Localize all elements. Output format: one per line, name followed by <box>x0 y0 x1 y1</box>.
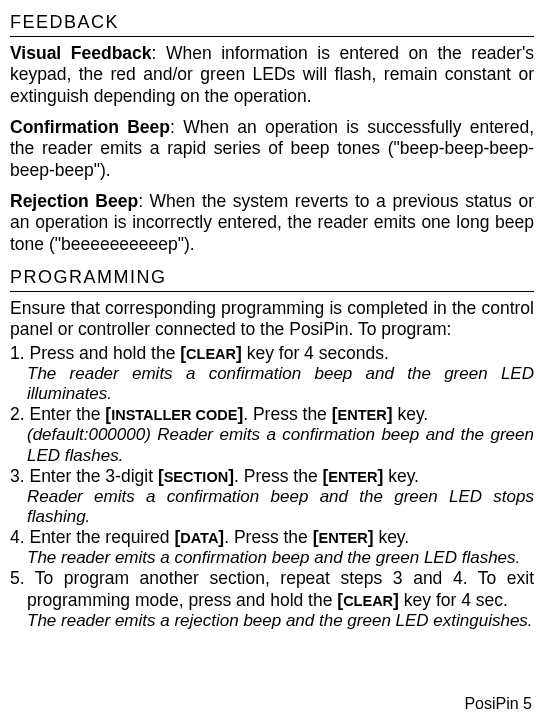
step-5: 5. To program another section, repeat st… <box>10 568 534 611</box>
step-3-note: Reader emits a confirmation beep and the… <box>27 487 534 527</box>
step-4-key1: DATA <box>180 530 218 546</box>
confirmation-beep-label: Confirmation Beep <box>10 117 170 137</box>
step-4-text-a: 4. Enter the required <box>10 527 174 547</box>
step-4-text-c: key. <box>374 527 410 547</box>
step-4-key2: ENTER <box>319 530 368 546</box>
rejection-beep-label: Rejection Beep <box>10 191 138 211</box>
step-2-note: (default:000000) Reader emits a confirma… <box>27 425 534 465</box>
step-3-text-b: . Press the <box>234 466 323 486</box>
step-5-text-b: key for 4 sec. <box>399 590 508 610</box>
step-2-key1: INSTALLER CODE <box>111 407 237 423</box>
step-2: 2. Enter the [INSTALLER CODE]. Press the… <box>10 404 534 425</box>
step-1-key: CLEAR <box>186 346 236 362</box>
step-1-text-b: key for 4 seconds. <box>242 343 389 363</box>
step-1: 1. Press and hold the [CLEAR] key for 4 … <box>10 343 534 364</box>
step-3-text-a: 3. Enter the 3-digit <box>10 466 158 486</box>
step-1-note: The reader emits a confirmation beep and… <box>27 364 534 404</box>
step-2-key2: ENTER <box>338 407 387 423</box>
heading-rule-1 <box>10 36 534 37</box>
step-2-text-a: 2. Enter the <box>10 404 105 424</box>
step-4-text-b: . Press the <box>224 527 313 547</box>
programming-intro: Ensure that corresponding programming is… <box>10 298 534 341</box>
visual-feedback-label: Visual Feedback <box>10 43 152 63</box>
step-5-note: The reader emits a rejection beep and th… <box>27 611 534 631</box>
visual-feedback-paragraph: Visual Feedback: When information is ent… <box>10 43 534 107</box>
feedback-heading: FEEDBACK <box>10 12 534 34</box>
heading-rule-2 <box>10 291 534 292</box>
step-4: 4. Enter the required [DATA]. Press the … <box>10 527 534 548</box>
step-1-text-a: 1. Press and hold the <box>10 343 180 363</box>
step-3-key1: SECTION <box>164 469 228 485</box>
page-footer: PosiPin 5 <box>464 694 532 714</box>
step-2-text-b: . Press the <box>243 404 332 424</box>
step-3-key2: ENTER <box>328 469 377 485</box>
step-5-key: CLEAR <box>343 593 393 609</box>
step-3: 3. Enter the 3-digit [SECTION]. Press th… <box>10 466 534 487</box>
step-4-note: The reader emits a confirmation beep and… <box>27 548 534 568</box>
programming-heading: PROGRAMMING <box>10 267 534 289</box>
confirmation-beep-paragraph: Confirmation Beep: When an operation is … <box>10 117 534 181</box>
step-3-text-c: key. <box>383 466 419 486</box>
step-2-text-c: key. <box>393 404 429 424</box>
rejection-beep-paragraph: Rejection Beep: When the system reverts … <box>10 191 534 255</box>
